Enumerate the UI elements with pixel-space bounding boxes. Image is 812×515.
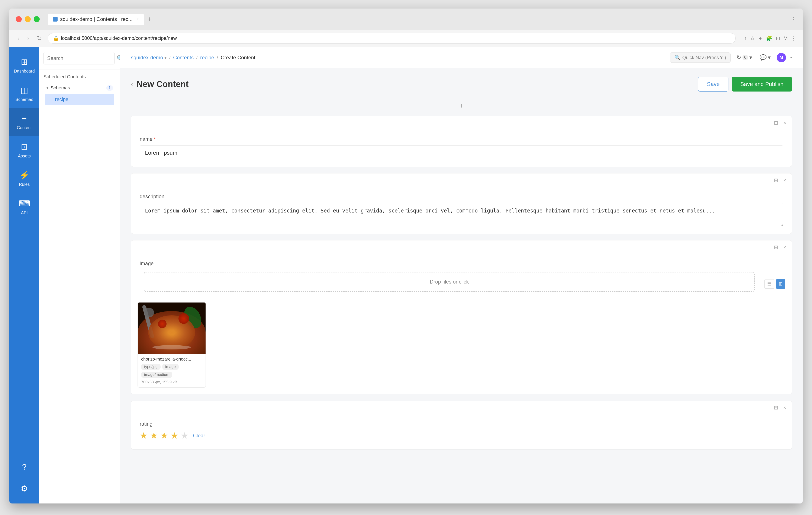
- name-remove-button[interactable]: ×: [782, 118, 787, 127]
- sync-dropdown-icon: ▾: [749, 54, 752, 61]
- rating-expand-button[interactable]: ⊞: [773, 403, 779, 412]
- image-drop-zone[interactable]: Drop files or click: [144, 272, 755, 292]
- search-bar: 🔍 ‹: [39, 47, 120, 70]
- sidebar-item-dashboard[interactable]: ⊞ Dashboard: [9, 51, 39, 80]
- rating-stars: ★ ★ ★ ★ ★ Clear: [140, 430, 783, 443]
- image-dimensions: 700x636px, 155.9 kB: [141, 380, 202, 384]
- image-remove-button[interactable]: ×: [782, 243, 787, 251]
- breadcrumb-sep3: /: [216, 55, 218, 61]
- breadcrumb: squidex-demo ▾ / Contents / recipe / Cre…: [131, 55, 256, 61]
- sidebar-toggle-icon[interactable]: ⊡: [776, 35, 780, 42]
- assets-icon: ⊡: [21, 142, 28, 152]
- maximize-button[interactable]: [34, 16, 40, 22]
- sidebar-item-api[interactable]: ⌨ API: [9, 193, 39, 221]
- drop-area-row: Drop files or click ☰ ⊞: [131, 272, 792, 300]
- sidebar-nav: ⊞ Dashboard ◫ Schemas ≡ Content ⊡ Assets…: [9, 47, 39, 504]
- name-input[interactable]: [140, 145, 783, 160]
- save-publish-button[interactable]: Save and Publish: [732, 77, 792, 91]
- app-body: ⊞ Dashboard ◫ Schemas ≡ Content ⊡ Assets…: [9, 47, 803, 504]
- rating-remove-button[interactable]: ×: [782, 403, 787, 412]
- image-expand-button[interactable]: ⊞: [773, 243, 779, 251]
- sidebar-secondary: 🔍 ‹ Scheduled Contents ▾ Schemas 1 recip…: [39, 47, 120, 504]
- api-icon: ⌨: [19, 199, 30, 208]
- breadcrumb-recipe[interactable]: recipe: [200, 55, 214, 61]
- image-field-block: ⊞ × image Drop files or click ☰: [131, 240, 792, 394]
- titlebar: squidex-demo | Contents | rec... × + ⋮: [9, 8, 803, 30]
- tab-close-icon[interactable]: ×: [136, 17, 139, 22]
- profile-icon[interactable]: M: [783, 35, 788, 42]
- browser-tab[interactable]: squidex-demo | Contents | rec... ×: [48, 13, 144, 25]
- description-expand-button[interactable]: ⊞: [773, 176, 779, 185]
- add-field-row: +: [131, 100, 792, 112]
- sidebar-item-content[interactable]: ≡ Content: [9, 108, 39, 136]
- share-icon[interactable]: ↑: [744, 35, 747, 42]
- tab-favicon: [53, 17, 58, 22]
- rating-block-controls: ⊞ ×: [131, 401, 792, 414]
- tab-bar: squidex-demo | Contents | rec... × +: [48, 13, 787, 25]
- more-icon[interactable]: ⋮: [791, 35, 796, 42]
- rules-icon: ⚡: [20, 170, 29, 180]
- image-tags: type/jpg image image/medium: [141, 364, 202, 378]
- forward-button[interactable]: ›: [25, 33, 31, 44]
- save-button[interactable]: Save: [698, 77, 728, 91]
- back-button[interactable]: ‹: [16, 33, 21, 44]
- name-expand-button[interactable]: ⊞: [773, 118, 779, 127]
- add-field-button[interactable]: +: [460, 102, 464, 110]
- star-3[interactable]: ★: [160, 430, 168, 441]
- page-title: New Content: [137, 79, 698, 89]
- schema-count-badge: 1: [107, 85, 113, 91]
- star-1[interactable]: ★: [140, 430, 148, 441]
- settings-icon: ⚙: [21, 484, 28, 493]
- address-bar[interactable]: 🔒 localhost:5000/app/squidex-demo/conten…: [48, 33, 736, 44]
- quick-nav[interactable]: 🔍 Quick Nav (Press 'q'): [670, 53, 730, 63]
- star-2[interactable]: ★: [150, 430, 158, 441]
- drop-hint-text: Drop files or click: [430, 279, 469, 284]
- extensions-icon[interactable]: ⊞: [758, 35, 762, 42]
- tab-title: squidex-demo | Contents | rec...: [60, 16, 133, 22]
- sidebar-item-rules[interactable]: ⚡ Rules: [9, 164, 39, 193]
- bookmark-icon[interactable]: ☆: [750, 35, 755, 42]
- sidebar-label-assets: Assets: [18, 154, 31, 159]
- list-view-button[interactable]: ☰: [764, 279, 774, 289]
- sidebar-item-recipe[interactable]: recipe: [45, 94, 114, 105]
- sidebar-item-schemas[interactable]: ◫ Schemas: [9, 80, 39, 108]
- sync-button[interactable]: ↻ 0 ▾: [735, 53, 754, 62]
- sidebar-label-schemas: Schemas: [16, 97, 33, 102]
- schema-group-header[interactable]: ▾ Schemas 1: [44, 83, 116, 93]
- description-remove-button[interactable]: ×: [782, 176, 787, 185]
- sidebar-label-api: API: [21, 210, 28, 215]
- sidebar-item-assets[interactable]: ⊡ Assets: [9, 136, 39, 164]
- name-field-section: name *: [131, 130, 792, 167]
- addressbar: ‹ › ↻ 🔒 localhost:5000/app/squidex-demo/…: [9, 30, 803, 47]
- messages-dropdown-icon: ▾: [768, 54, 771, 61]
- image-view-toggle: ☰ ⊞: [764, 279, 785, 289]
- reload-button[interactable]: ↻: [35, 33, 44, 44]
- messages-button[interactable]: 💬 ▾: [758, 53, 772, 62]
- star-5[interactable]: ★: [181, 430, 189, 441]
- puzzle-icon[interactable]: 🧩: [766, 35, 772, 42]
- breadcrumb-sep2: /: [196, 55, 198, 61]
- help-icon: ?: [22, 463, 26, 472]
- star-4[interactable]: ★: [170, 430, 178, 441]
- rating-field-block: ⊞ × rating ★ ★ ★ ★ ★ Clear: [131, 401, 792, 450]
- new-tab-button[interactable]: +: [146, 13, 153, 25]
- sidebar-item-help[interactable]: ?: [21, 457, 28, 478]
- search-input[interactable]: [44, 52, 115, 64]
- image-card[interactable]: 🖼 JPG: [138, 302, 206, 388]
- breadcrumb-app[interactable]: squidex-demo ▾: [131, 55, 167, 61]
- close-button[interactable]: [16, 16, 22, 22]
- sidebar-item-settings[interactable]: ⚙: [21, 478, 28, 499]
- grid-view-button[interactable]: ⊞: [776, 279, 785, 289]
- back-to-list-button[interactable]: ‹: [131, 81, 133, 88]
- url-text: localhost:5000/app/squidex-demo/content/…: [61, 35, 177, 41]
- description-textarea[interactable]: Lorem ipsum dolor sit amet, consectetur …: [140, 203, 783, 226]
- rating-field-section: rating ★ ★ ★ ★ ★ Clear: [131, 414, 792, 449]
- messages-icon: 💬: [760, 54, 766, 61]
- scheduled-contents-label: Scheduled Contents: [44, 74, 116, 80]
- content-area: ‹ New Content Save Save and Publish + ⊞ …: [120, 68, 803, 504]
- breadcrumb-contents[interactable]: Contents: [173, 55, 194, 61]
- minimize-button[interactable]: [25, 16, 31, 22]
- clear-rating-button[interactable]: Clear: [193, 433, 205, 439]
- description-field-section: description Lorem ipsum dolor sit amet, …: [131, 187, 792, 234]
- avatar[interactable]: M: [777, 53, 786, 62]
